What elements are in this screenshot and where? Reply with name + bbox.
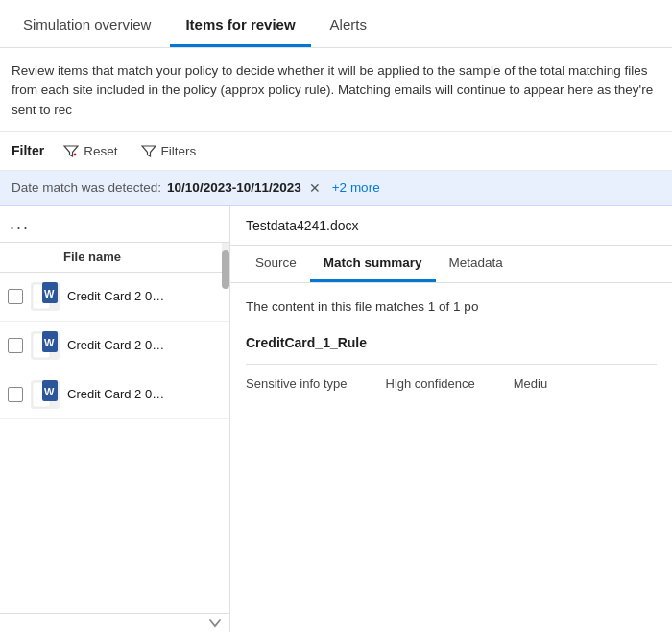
scroll-down-area xyxy=(0,613,229,632)
filename-column-header: File name xyxy=(63,250,222,264)
file-row[interactable]: W Credit Card 2 0… xyxy=(0,322,229,370)
reset-button[interactable]: Reset xyxy=(60,142,121,160)
date-filter-chip: Date match was detected: 10/10/2023-10/1… xyxy=(12,180,321,196)
chevron-down-icon xyxy=(208,618,222,628)
match-description: The content in this file matches 1 of 1 … xyxy=(246,297,657,318)
tab-items-for-review[interactable]: Items for review xyxy=(170,5,310,47)
detail-content: The content in this file matches 1 of 1 … xyxy=(230,283,672,408)
chip-close-button[interactable]: ✕ xyxy=(309,180,321,196)
word-file-icon: W xyxy=(31,331,60,360)
detail-panel: Testdata4241.docx Source Match summary M… xyxy=(230,206,672,632)
word-file-icon: W xyxy=(31,282,60,311)
more-filters-link[interactable]: +2 more xyxy=(332,180,380,195)
file-name: Credit Card 2 0… xyxy=(67,387,222,401)
active-filters-bar: Date match was detected: 10/10/2023-10/1… xyxy=(0,171,672,206)
scroll-track xyxy=(222,243,229,272)
sensitive-info-header: Sensitive info type High confidence Medi… xyxy=(246,364,657,394)
file-name: Credit Card 2 0… xyxy=(67,289,222,303)
main-content-area: ... File name W Cre xyxy=(0,206,672,632)
file-list-header: ... xyxy=(0,206,229,243)
file-name: Credit Card 2 0… xyxy=(67,338,222,352)
tab-metadata[interactable]: Metadata xyxy=(436,246,516,282)
reset-filter-icon xyxy=(63,144,79,157)
top-navigation: Simulation overview Items for review Ale… xyxy=(0,0,672,48)
file-checkbox[interactable] xyxy=(8,289,23,304)
file-row[interactable]: W Credit Card 2 0… xyxy=(0,273,229,322)
sensitive-info-type-col: Sensitive info type xyxy=(246,374,348,394)
tab-match-summary[interactable]: Match summary xyxy=(310,246,436,282)
file-checkbox[interactable] xyxy=(8,338,23,353)
rule-title: CreditCard_1_Rule xyxy=(246,332,657,353)
tab-simulation-overview[interactable]: Simulation overview xyxy=(8,5,166,47)
file-list-panel: ... File name W Cre xyxy=(0,206,230,632)
detail-filename: Testdata4241.docx xyxy=(230,206,672,246)
svg-text:W: W xyxy=(44,288,55,299)
file-checkbox[interactable] xyxy=(8,387,23,402)
filters-button[interactable]: Filters xyxy=(137,142,201,160)
file-rows-container: W Credit Card 2 0… W Credit Card 2 0… xyxy=(0,273,229,613)
medium-confidence-col: Mediu xyxy=(514,374,547,394)
svg-text:W: W xyxy=(44,337,55,348)
detail-tabs: Source Match summary Metadata xyxy=(230,246,672,283)
svg-text:W: W xyxy=(44,386,55,397)
filters-icon xyxy=(141,144,156,157)
file-list-columns: File name xyxy=(0,243,229,273)
filter-bar: Filter Reset Filters xyxy=(0,132,672,171)
file-row[interactable]: W Credit Card 2 0… xyxy=(0,370,229,419)
page-description: Review items that match your policy to d… xyxy=(0,48,672,132)
dots-menu-button[interactable]: ... xyxy=(10,214,30,234)
tab-source[interactable]: Source xyxy=(242,246,310,282)
tab-alerts[interactable]: Alerts xyxy=(315,5,382,47)
word-file-icon: W xyxy=(31,380,60,409)
high-confidence-col: High confidence xyxy=(386,374,475,394)
filter-label: Filter xyxy=(12,143,44,158)
